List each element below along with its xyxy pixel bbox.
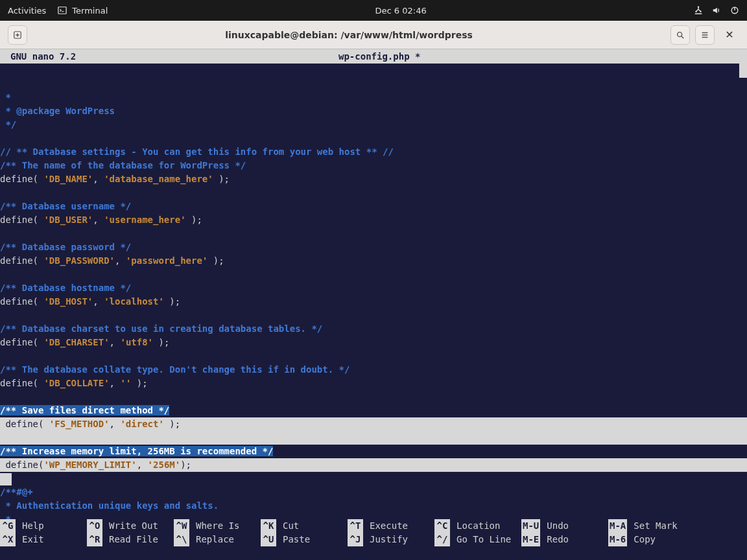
shortcut-item: M-ASet Mark xyxy=(608,519,695,533)
code-line: /** Database username */ xyxy=(0,201,131,211)
shortcut-key: ^\ xyxy=(174,533,189,546)
code-line: define( 'DB_NAME', 'database_name_here' … xyxy=(0,174,230,184)
code-line: define( 'DB_COLLATE', '' ); xyxy=(0,378,148,388)
shortcut-item: ^/Go To Line xyxy=(434,533,521,546)
shortcut-key: ^U xyxy=(261,533,276,546)
shortcut-key: M-A xyxy=(608,519,627,533)
code-line: * xyxy=(0,92,11,102)
code-line: /** The database collate type. Don't cha… xyxy=(0,364,350,375)
terminal-icon xyxy=(58,6,67,15)
code-line: /** Database charset to use in creating … xyxy=(0,323,322,334)
close-button[interactable]: ✕ xyxy=(720,25,739,45)
shortcut-key: ^K xyxy=(261,519,276,533)
nano-filename: wp-config.php * xyxy=(338,51,746,62)
shortcut-item: ^XExit xyxy=(0,533,87,546)
network-icon[interactable] xyxy=(694,6,703,15)
shortcut-item: M-UUndo xyxy=(521,519,608,533)
filler xyxy=(0,546,747,560)
shortcut-item: ^KCut xyxy=(261,519,348,533)
clock[interactable]: Dec 6 02:46 xyxy=(108,6,694,16)
new-tab-button[interactable] xyxy=(8,25,27,45)
shortcut-item: ^\Replace xyxy=(174,533,261,546)
shortcut-item: ^OWrite Out xyxy=(87,519,174,533)
code-line-selected: /** Save files direct method */ xyxy=(0,405,169,415)
cursor-line xyxy=(0,473,12,484)
svg-line-8 xyxy=(682,36,684,38)
shortcut-item: ^TExecute xyxy=(348,519,434,533)
shortcut-item: M-6Copy xyxy=(608,533,695,546)
svg-point-3 xyxy=(700,11,701,12)
cursor xyxy=(0,473,12,485)
shortcut-label: Execute xyxy=(363,519,408,533)
shortcut-key: ^R xyxy=(87,533,102,546)
shortcut-label: Cut xyxy=(276,519,299,533)
search-button[interactable] xyxy=(670,25,690,45)
nano-version: GNU nano 7.2 xyxy=(1,51,338,62)
volume-icon[interactable] xyxy=(712,6,721,15)
shortcut-label: Justify xyxy=(363,533,408,546)
nano-shortcut-bar: ^GHelp^OWrite Out^WWhere Is^KCut^TExecut… xyxy=(0,519,747,546)
code-line: * Authentication unique keys and salts. xyxy=(0,500,219,511)
code-line: /** Database password */ xyxy=(0,242,131,252)
code-line-selected: define('WP_MEMORY_LIMIT', '256M'); xyxy=(0,458,747,472)
code-line: define( 'DB_PASSWORD', 'password_here' )… xyxy=(0,255,224,266)
window-title: linuxcapable@debian: /var/www/html/wordp… xyxy=(30,30,668,40)
code-line: define( 'DB_USER', 'username_here' ); xyxy=(0,215,202,225)
code-line-selected xyxy=(0,431,747,445)
shortcut-key: ^O xyxy=(87,519,102,533)
shortcut-item: ^CLocation xyxy=(434,519,521,533)
shortcut-label: Help xyxy=(16,519,44,533)
shortcut-label: Copy xyxy=(627,533,656,546)
svg-point-2 xyxy=(695,11,696,12)
shortcut-key: ^/ xyxy=(434,533,450,546)
shortcut-item: ^UPaste xyxy=(261,533,348,546)
activities-button[interactable]: Activities xyxy=(8,6,46,16)
shortcut-label: Undo xyxy=(540,519,569,533)
code-line: define( 'DB_CHARSET', 'utf8' ); xyxy=(0,337,169,347)
shortcut-label: Write Out xyxy=(102,519,158,533)
menu-button[interactable] xyxy=(695,25,715,45)
terminal-title-bar: linuxcapable@debian: /var/www/html/wordp… xyxy=(0,21,747,49)
shortcut-key: ^X xyxy=(0,533,16,546)
code-line: define( 'DB_HOST', 'localhost' ); xyxy=(0,296,180,307)
shortcut-item: M-ERedo xyxy=(521,533,608,546)
code-line: /** Database hostname */ xyxy=(0,283,131,293)
active-app[interactable]: Terminal xyxy=(58,6,108,16)
nano-editor-body[interactable]: * * @package WordPress */ // ** Database… xyxy=(0,64,747,519)
code-line-selected: define( 'FS_METHOD', 'direct' ); xyxy=(0,417,747,431)
shortcut-label: Set Mark xyxy=(627,519,677,533)
shortcut-key: ^T xyxy=(348,519,363,533)
shortcut-label: Paste xyxy=(276,533,310,546)
shortcut-label: Go To Line xyxy=(450,533,511,546)
code-line-selected: /** Increase memory limit, 256MB is reco… xyxy=(0,446,273,456)
svg-point-1 xyxy=(698,6,699,8)
svg-point-7 xyxy=(678,32,682,36)
shortcut-item: ^JJustify xyxy=(348,533,434,546)
shortcut-key: ^W xyxy=(174,519,189,533)
shortcut-item: ^WWhere Is xyxy=(174,519,261,533)
shortcut-key: ^C xyxy=(434,519,450,533)
code-line: /**#@+ xyxy=(0,487,33,497)
code-line: /** The name of the database for WordPre… xyxy=(0,160,246,170)
shortcut-label: Location xyxy=(450,519,500,533)
nano-status-bar: GNU nano 7.2 wp-config.php * xyxy=(0,49,747,64)
code-line: * xyxy=(0,514,11,519)
power-icon[interactable] xyxy=(730,6,739,15)
gnome-top-bar: Activities Terminal Dec 6 02:46 xyxy=(0,0,747,21)
shortcut-key: M-E xyxy=(521,533,540,546)
shortcut-item: ^GHelp xyxy=(0,519,87,533)
shortcut-key: ^J xyxy=(348,533,363,546)
code-line: // ** Database settings - You can get th… xyxy=(0,146,394,157)
shortcut-key: M-U xyxy=(521,519,540,533)
shortcut-label: Read File xyxy=(102,533,158,546)
shortcut-key: M-6 xyxy=(608,533,627,546)
shortcut-item: ^RRead File xyxy=(87,533,174,546)
code-line: * @package WordPress xyxy=(0,106,115,116)
scrollbar-stub xyxy=(739,64,747,78)
shortcut-label: Where Is xyxy=(189,519,239,533)
shortcut-label: Replace xyxy=(189,533,234,546)
active-app-label: Terminal xyxy=(72,6,108,16)
shortcut-label: Exit xyxy=(16,533,44,546)
svg-rect-0 xyxy=(58,7,66,14)
code-line: */ xyxy=(0,119,16,130)
